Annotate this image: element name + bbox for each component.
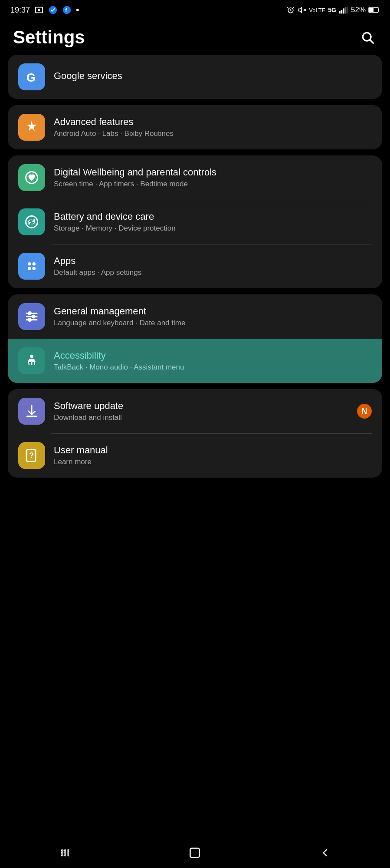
svg-rect-14 <box>378 9 379 11</box>
svg-rect-15 <box>369 8 374 12</box>
software-update-badge: N <box>357 404 372 419</box>
svg-point-23 <box>28 267 31 271</box>
messenger-icon <box>48 5 58 15</box>
battery-care-title: Battery and device care <box>54 211 372 222</box>
settings-item-accessibility[interactable]: Accessibility TalkBack · Mono audio · As… <box>8 339 382 383</box>
refresh-circle-icon <box>24 214 39 230</box>
svg-point-31 <box>30 355 33 358</box>
settings-card-software-group: Software update Download and install N ?… <box>8 389 382 478</box>
settings-item-digital-wellbeing[interactable]: Digital Wellbeing and parental controls … <box>8 155 382 200</box>
software-update-icon <box>18 398 45 425</box>
svg-rect-11 <box>345 7 347 14</box>
software-update-title: Software update <box>54 400 348 412</box>
accessibility-title: Accessibility <box>54 350 372 361</box>
advanced-features-subtitle: Android Auto · Labs · Bixby Routines <box>54 129 372 138</box>
apps-text: Apps Default apps · App settings <box>54 255 372 277</box>
svg-point-29 <box>33 315 35 318</box>
svg-rect-43 <box>190 848 200 857</box>
search-button[interactable] <box>358 28 377 47</box>
digital-wellbeing-icon <box>18 164 45 191</box>
settings-item-software-update[interactable]: Software update Download and install N <box>8 389 382 433</box>
settings-card-google: G Google services <box>8 55 382 99</box>
svg-rect-8 <box>339 11 341 14</box>
volte-icon: VoLTE <box>309 7 325 13</box>
svg-line-17 <box>370 40 373 43</box>
google-services-icon: G <box>18 63 45 90</box>
settings-card-general-group: General management Language and keyboard… <box>8 294 382 383</box>
svg-point-28 <box>29 312 31 315</box>
recent-apps-icon <box>59 847 71 859</box>
user-manual-title: User manual <box>54 445 372 456</box>
home-button[interactable] <box>182 840 208 866</box>
search-icon <box>361 30 374 44</box>
svg-text:f: f <box>65 7 67 13</box>
settings-item-apps[interactable]: Apps Default apps · App settings <box>8 244 382 288</box>
user-manual-icon: ? <box>18 442 45 469</box>
nav-bar <box>0 838 390 868</box>
gear-star-icon <box>24 119 39 135</box>
svg-point-30 <box>29 319 31 321</box>
heart-circle-icon <box>24 170 39 185</box>
svg-rect-10 <box>343 8 344 13</box>
dot-indicator: • <box>76 4 79 16</box>
home-icon <box>188 846 202 860</box>
accessibility-subtitle: TalkBack · Mono audio · Assistant menu <box>54 363 372 372</box>
status-right: VoLTE 5G 52% <box>286 6 380 14</box>
svg-point-22 <box>33 262 36 266</box>
general-management-title: General management <box>54 306 372 317</box>
software-update-subtitle: Download and install <box>54 413 348 422</box>
svg-rect-12 <box>347 7 348 14</box>
settings-item-advanced-features[interactable]: Advanced features Android Auto · Labs · … <box>8 105 382 149</box>
advanced-features-title: Advanced features <box>54 116 372 128</box>
battery-care-text: Battery and device care Storage · Memory… <box>54 211 372 233</box>
svg-rect-9 <box>341 10 343 13</box>
page-header: Settings <box>0 18 390 55</box>
alarm-icon <box>286 6 295 14</box>
page-title: Settings <box>13 27 85 48</box>
back-button[interactable] <box>312 840 338 866</box>
apps-subtitle: Default apps · App settings <box>54 268 372 277</box>
download-icon <box>24 403 39 419</box>
battery-icon <box>368 7 380 13</box>
sliders-icon <box>24 309 39 324</box>
advanced-features-icon <box>18 114 45 141</box>
settings-item-general-management[interactable]: General management Language and keyboard… <box>8 294 382 339</box>
general-management-subtitle: Language and keyboard · Date and time <box>54 319 372 327</box>
accessibility-icon <box>18 347 45 374</box>
settings-item-google-services[interactable]: G Google services <box>8 55 382 99</box>
svg-point-24 <box>33 267 36 271</box>
settings-card-wellbeing-group: Digital Wellbeing and parental controls … <box>8 155 382 288</box>
recent-apps-button[interactable] <box>52 840 78 866</box>
person-accessibility-icon <box>24 353 39 369</box>
battery-care-icon <box>18 208 45 235</box>
grid-icon <box>24 258 39 274</box>
photo-icon <box>34 5 44 15</box>
accessibility-text: Accessibility TalkBack · Mono audio · As… <box>54 350 372 372</box>
facebook-icon: f <box>62 5 72 15</box>
digital-wellbeing-subtitle: Screen time · App timers · Bedtime mode <box>54 180 372 188</box>
user-manual-text: User manual Learn more <box>54 445 372 466</box>
advanced-features-text: Advanced features Android Auto · Labs · … <box>54 116 372 138</box>
battery-percent: 52% <box>351 6 366 14</box>
apps-title: Apps <box>54 255 372 267</box>
digital-wellbeing-title: Digital Wellbeing and parental controls <box>54 167 372 178</box>
google-services-text: Google services <box>54 70 372 83</box>
google-services-title: Google services <box>54 70 372 82</box>
5g-icon: 5G <box>328 7 336 13</box>
settings-item-user-manual[interactable]: ? User manual Learn more <box>8 433 382 478</box>
apps-icon <box>18 253 45 280</box>
mute-icon <box>298 6 306 14</box>
settings-item-battery-care[interactable]: Battery and device care Storage · Memory… <box>8 200 382 244</box>
status-bar: 19:37 f • VoLTE 5G 52% <box>0 0 390 18</box>
general-management-text: General management Language and keyboard… <box>54 306 372 327</box>
status-left: 19:37 f • <box>10 4 79 16</box>
battery-care-subtitle: Storage · Memory · Device protection <box>54 224 372 233</box>
manual-icon: ? <box>24 448 39 463</box>
signal-icon <box>339 6 348 14</box>
svg-point-1 <box>38 9 40 11</box>
software-update-text: Software update Download and install <box>54 400 348 422</box>
settings-card-advanced: Advanced features Android Auto · Labs · … <box>8 105 382 149</box>
general-management-icon <box>18 303 45 330</box>
settings-list: G Google services Advanced features Andr… <box>0 55 390 478</box>
time: 19:37 <box>10 6 30 15</box>
